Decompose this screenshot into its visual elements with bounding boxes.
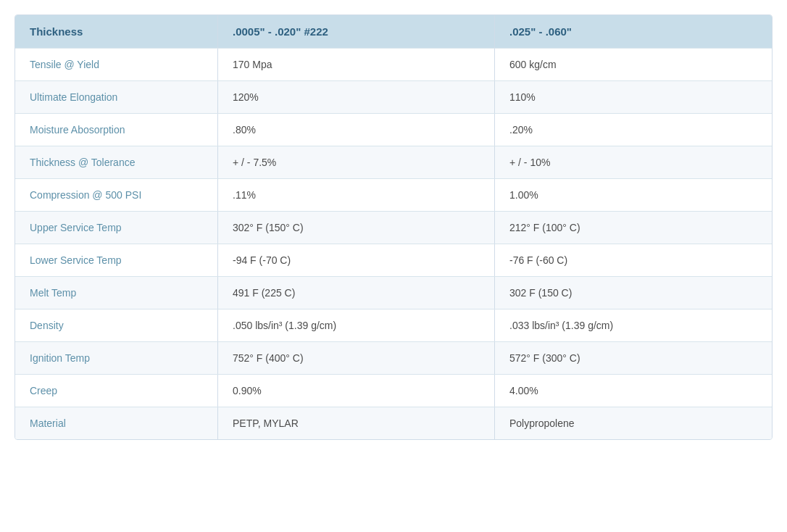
row-val2: 1.00% [495, 179, 772, 211]
row-val2: 302 F (150 C) [495, 277, 772, 309]
table-row: Thickness @ Tolerance+ / - 7.5%+ / - 10% [15, 146, 772, 179]
row-val2: -76 F (-60 C) [495, 244, 772, 276]
table-row: Lower Service Temp-94 F (-70 C)-76 F (-6… [15, 244, 772, 277]
row-val1: + / - 7.5% [218, 146, 495, 178]
table-row: Creep0.90%4.00% [15, 375, 772, 407]
table-row: MaterialPETP, MYLARPolypropolene [15, 407, 772, 439]
table-row: Ignition Temp752° F (400° C)572° F (300°… [15, 342, 772, 375]
table-row: Melt Temp491 F (225 C)302 F (150 C) [15, 277, 772, 309]
row-val1: 170 Mpa [218, 49, 495, 80]
row-val1: 0.90% [218, 375, 495, 407]
row-val2: .033 lbs/in³ (1.39 g/cm) [495, 309, 772, 341]
row-label: Tensile @ Yield [15, 49, 218, 80]
row-label: Melt Temp [15, 277, 218, 309]
table-header-row: Thickness .0005" - .020" #222 .025" - .0… [15, 15, 772, 49]
row-val2: .20% [495, 114, 772, 146]
row-label: Thickness @ Tolerance [15, 146, 218, 178]
row-val1: .80% [218, 114, 495, 146]
table-row: Ultimate Elongation120%110% [15, 81, 772, 114]
row-label: Ignition Temp [15, 342, 218, 374]
row-val2: Polypropolene [495, 407, 772, 439]
table-row: Tensile @ Yield170 Mpa600 kg/cm [15, 49, 772, 81]
row-label: Lower Service Temp [15, 244, 218, 276]
row-val1: 120% [218, 81, 495, 113]
header-col3: .025" - .060" [495, 15, 772, 48]
row-val2: 600 kg/cm [495, 49, 772, 80]
row-val2: 4.00% [495, 375, 772, 407]
row-val2: + / - 10% [495, 146, 772, 178]
row-label: Compression @ 500 PSI [15, 179, 218, 211]
table-row: Moisture Abosorption.80%.20% [15, 114, 772, 146]
row-val1: .11% [218, 179, 495, 211]
header-col2: .0005" - .020" #222 [218, 15, 495, 48]
row-val1: 491 F (225 C) [218, 277, 495, 309]
table-row: Density.050 lbs/in³ (1.39 g/cm).033 lbs/… [15, 309, 772, 342]
row-label: Creep [15, 375, 218, 407]
row-val1: 752° F (400° C) [218, 342, 495, 374]
table-row: Compression @ 500 PSI.11%1.00% [15, 179, 772, 212]
row-val1: .050 lbs/in³ (1.39 g/cm) [218, 309, 495, 341]
row-label: Density [15, 309, 218, 341]
row-val1: PETP, MYLAR [218, 407, 495, 439]
row-val1: -94 F (-70 C) [218, 244, 495, 276]
specs-table: Thickness .0005" - .020" #222 .025" - .0… [14, 14, 773, 440]
row-label: Upper Service Temp [15, 212, 218, 244]
table-body: Tensile @ Yield170 Mpa600 kg/cmUltimate … [15, 49, 772, 439]
row-val2: 572° F (300° C) [495, 342, 772, 374]
row-val2: 110% [495, 81, 772, 113]
table-row: Upper Service Temp302° F (150° C)212° F … [15, 212, 772, 244]
row-val2: 212° F (100° C) [495, 212, 772, 244]
row-val1: 302° F (150° C) [218, 212, 495, 244]
row-label: Material [15, 407, 218, 439]
row-label: Ultimate Elongation [15, 81, 218, 113]
row-label: Moisture Abosorption [15, 114, 218, 146]
header-col1: Thickness [15, 15, 218, 48]
